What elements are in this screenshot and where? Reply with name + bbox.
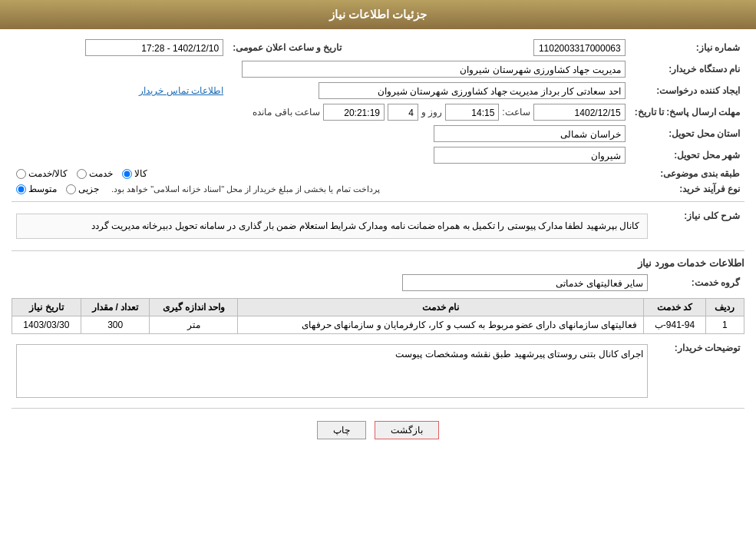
category-option-kala-khedmat[interactable]: کالا/خدمت [16,168,68,179]
purchase-type-row: متوسط جزیی پرداخت تمام یا بخشی از مبلغ خ… [12,181,630,197]
city-value: شیروان [12,144,630,166]
services-table: ردیف کد خدمت نام خدمت واحد اندازه گیری ت… [12,298,744,334]
back-button[interactable]: بازگشت [375,421,439,439]
cell-unit: متر [150,316,238,334]
category-label: طبقه بندی موضوعی: [630,166,744,181]
purchase-type-label: نوع فرآیند خرید: [630,181,744,197]
deadline-remaining-box: 20:21:19 [323,104,385,121]
cell-name: فعالیتهای سازمانهای دارای عضو مربوط به ک… [238,316,644,334]
deadline-time-box: 14:15 [445,104,499,121]
need-number-label: شماره نیاز: [630,37,744,58]
col-quantity: تعداد / مقدار [81,299,150,316]
cell-row: 1 [705,316,744,334]
divider-2 [12,250,744,251]
general-desc-value: کانال بپرشهید لطفا مدارک پیوستی را تکمیل… [12,207,652,246]
info-section: شماره نیاز: 1102003317000063 تاریخ و ساع… [12,37,744,197]
service-group-box: سایر فعالیتهای خدماتی [402,274,648,291]
buyer-org-value: مدیریت جهاد کشاورزی شهرستان شیروان [12,58,630,80]
footer-buttons: بازگشت چاپ [12,413,744,447]
deadline-row: 1402/12/15 ساعت: 14:15 روز و 4 20:21:19 … [12,101,630,123]
province-value: خراسان شمالی [12,123,630,144]
buyer-desc-label: توضیحات خریدار: [652,339,744,403]
col-date: تاریخ نیاز [12,299,81,316]
requester-value: احد سعادتی کار برداز مدیریت جهاد کشاورزی… [228,80,630,101]
deadline-remaining-label: ساعت باقی مانده [253,107,320,118]
city-label: شهر محل تحویل: [630,144,744,166]
need-number-value: 1102003317000063 [361,37,629,58]
category-radio-kala[interactable] [122,169,132,179]
deadline-label: مهلت ارسال پاسخ: تا تاریخ: [630,101,744,123]
city-box: شیروان [434,147,626,164]
requester-box: احد سعادتی کار برداز مدیریت جهاد کشاورزی… [319,82,626,99]
buyer-desc-value: اجرای کانال بتنی روستای پیرشهید طبق نقشه… [12,339,652,403]
buyer-org-box: مدیریت جهاد کشاورزی شهرستان شیروان [242,61,626,78]
col-unit: واحد اندازه گیری [150,299,238,316]
col-row: ردیف [705,299,744,316]
category-option-khedmat[interactable]: خدمت [77,168,113,179]
purchase-type-note: پرداخت تمام یا بخشی از مبلغ خریدار از مح… [111,184,380,194]
category-option-kala[interactable]: کالا [122,168,147,179]
page-header: جزئیات اطلاعات نیاز [0,0,756,29]
purchase-type-jozi-label: جزیی [78,184,99,194]
contact-link-cell: اطلاعات تماس خریدار [12,80,228,101]
page-title: جزئیات اطلاعات نیاز [329,8,427,21]
service-group-section: گروه خدمت: سایر فعالیتهای خدماتی [12,272,744,293]
cell-date: 1403/03/30 [12,316,81,334]
category-option-kala-label: کالا [134,168,147,179]
service-group-label: گروه خدمت: [652,272,744,293]
category-option-kala-khedmat-label: کالا/خدمت [28,168,68,179]
province-box: خراسان شمالی [434,125,626,142]
announcement-label: تاریخ و ساعت اعلان عمومی: [228,37,346,58]
purchase-type-motaset[interactable]: متوسط [16,184,57,194]
need-number-box: 1102003317000063 [533,39,626,56]
col-name: نام خدمت [238,299,644,316]
buyer-org-label: نام دستگاه خریدار: [630,58,744,80]
deadline-days-box: 4 [388,104,418,121]
general-desc-section: شرح کلی نیاز: کانال بپرشهید لطفا مدارک پ… [12,207,744,246]
category-options: کالا/خدمت خدمت کالا [12,166,630,181]
table-row: 1 941-94-ب فعالیتهای سازمانهای دارای عضو… [12,316,744,334]
category-option-khedmat-label: خدمت [89,168,113,179]
deadline-time-label: ساعت: [502,107,530,118]
service-group-value: سایر فعالیتهای خدماتی [12,272,652,293]
general-desc-label: شرح کلی نیاز: [652,207,744,246]
announcement-box: 1402/12/10 - 17:28 [85,39,223,56]
divider-3 [12,408,744,409]
purchase-type-radio-motaset[interactable] [16,184,26,194]
deadline-date-box: 1402/12/15 [533,104,626,121]
cell-code: 941-94-ب [644,316,706,334]
buyer-desc-section: توضیحات خریدار: اجرای کانال بتنی روستای … [12,339,744,403]
print-button[interactable]: چاپ [317,421,366,439]
service-info-title: اطلاعات خدمات مورد نیاز [12,257,744,269]
purchase-type-motaset-label: متوسط [28,184,57,194]
province-label: استان محل تحویل: [630,123,744,144]
announcement-value: 1402/12/10 - 17:28 [12,37,228,58]
buyer-desc-box: اجرای کانال بتنی روستای پیرشهید طبق نقشه… [16,344,648,398]
deadline-days-label: روز و [421,107,442,118]
contact-info-link[interactable]: اطلاعات تماس خریدار [139,85,223,96]
requester-label: ایجاد کننده درخواست: [630,80,744,101]
purchase-type-jozi[interactable]: جزیی [66,184,99,194]
general-desc-box: کانال بپرشهید لطفا مدارک پیوستی را تکمیل… [16,214,648,239]
divider-1 [12,201,744,202]
category-radio-khedmat[interactable] [77,169,87,179]
category-radio-kala-khedmat[interactable] [16,169,26,179]
cell-quantity: 300 [81,316,150,334]
purchase-type-radio-jozi[interactable] [66,184,76,194]
col-code: کد خدمت [644,299,706,316]
